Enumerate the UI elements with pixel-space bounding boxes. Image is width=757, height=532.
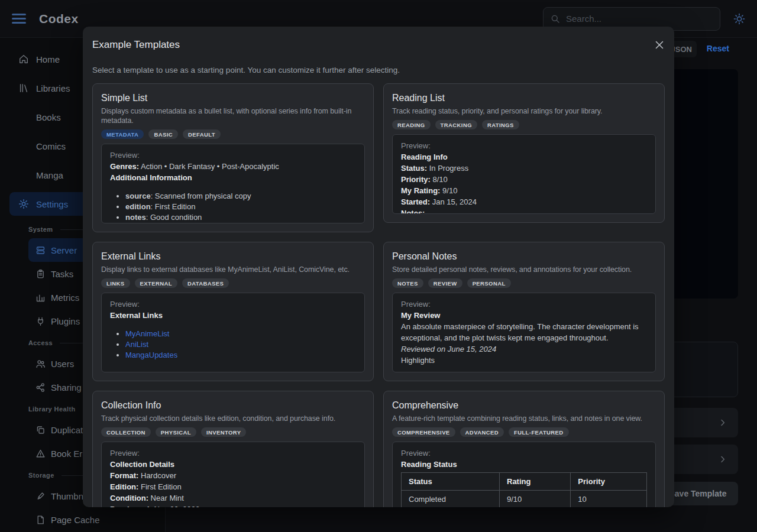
tag: READING [392,120,431,129]
search-icon [551,14,560,24]
share-icon [35,382,46,392]
table-row: Completed 9/10 10 [402,491,647,508]
template-card-reading-list[interactable]: Reading List Track reading status, prior… [383,83,665,223]
modal-title: Example Templates [92,39,665,51]
template-preview: Preview: External Links MyAnimeList AniL… [101,293,365,372]
template-description: Display links to external databases like… [101,265,365,274]
template-card-collection-info[interactable]: Collection Info Track physical collectio… [92,391,374,507]
tag: FULL-FEATURED [509,427,569,437]
template-card-simple-list[interactable]: Simple List Displays custom metadata as … [92,83,374,232]
file-icon [35,515,46,525]
template-description: Displays custom metadata as a bullet lis… [101,106,365,125]
library-icon [18,83,29,93]
tag: REVIEW [428,278,462,288]
external-link[interactable]: AniList [125,340,148,349]
modal-subtitle: Select a template to use as a starting p… [92,65,665,75]
preview-table: Status Rating Priority Completed 9/10 10 [401,472,647,507]
tag: ADVANCED [460,427,504,437]
template-tags: METADATA BASIC DEFAULT [101,129,365,139]
home-icon [18,54,29,64]
tag: TRACKING [435,120,477,129]
tag: COMPREHENSIVE [392,427,455,437]
template-card-external-links[interactable]: External Links Display links to external… [92,242,374,381]
template-grid: Simple List Displays custom metadata as … [92,83,665,507]
template-preview: Preview: Reading Status Status Rating Pr… [392,442,656,507]
plug-icon [35,316,46,326]
users-icon [35,359,46,369]
template-preview: Preview: Genres: Action • Dark Fantasy •… [101,144,365,223]
app-title: Codex [39,12,79,26]
external-link[interactable]: MangaUpdates [125,351,177,359]
brush-icon [35,491,46,501]
tag: INVENTORY [201,427,247,437]
tag: EXTERNAL [135,278,177,288]
template-description: Store detailed personal notes, reviews, … [392,265,656,274]
reset-button[interactable]: Reset [707,44,729,53]
theme-toggle-icon[interactable] [733,13,745,25]
tag: DEFAULT [183,129,221,139]
template-tags: READING TRACKING RATINGS [392,120,656,129]
search-input[interactable] [566,14,713,24]
warning-icon [35,449,46,459]
template-tags: COLLECTION PHYSICAL INVENTORY [101,427,365,437]
template-name: Simple List [101,92,365,104]
template-description: Track reading status, priority, and pers… [392,106,656,116]
tag: METADATA [101,129,144,139]
chevron-right-icon [718,418,727,427]
tag: RATINGS [482,120,519,129]
example-templates-modal: Example Templates Select a template to u… [83,27,674,507]
template-name: Comprehensive [392,400,656,411]
template-preview: Preview: Reading Info Status: In Progres… [392,134,656,214]
template-tags: NOTES REVIEW PERSONAL [392,278,656,288]
template-tags: COMPREHENSIVE ADVANCED FULL-FEATURED [392,427,656,437]
tag: PHYSICAL [156,427,196,437]
close-icon[interactable] [654,39,665,51]
template-name: Reading List [392,92,656,104]
external-link[interactable]: MyAnimeList [125,329,169,338]
copy-icon [35,425,46,435]
tag: NOTES [392,278,423,288]
template-tags: LINKS EXTERNAL DATABASES [101,278,365,288]
template-name: External Links [101,251,365,262]
template-description: Track physical collection details like e… [101,414,365,423]
sidebar-item-page-cache[interactable]: Page Cache [28,508,156,531]
template-preview: Preview: Collection Details Format: Hard… [101,442,365,507]
template-preview: Preview: My Review An absolute masterpie… [392,293,656,372]
gear-icon [18,199,29,209]
template-card-personal-notes[interactable]: Personal Notes Store detailed personal n… [383,242,665,381]
bar-chart-icon [35,293,46,303]
template-name: Collection Info [101,400,365,411]
chevron-right-icon [718,455,727,464]
tag: BASIC [148,129,178,139]
server-icon [35,245,46,255]
template-card-comprehensive[interactable]: Comprehensive A feature-rich template co… [383,391,665,507]
template-description: A feature-rich template combining readin… [392,414,656,423]
template-name: Personal Notes [392,251,656,262]
tag: COLLECTION [101,427,151,437]
tag: DATABASES [182,278,229,288]
clipboard-icon [35,269,46,279]
tag: PERSONAL [467,278,511,288]
menu-icon[interactable] [12,14,26,24]
tag: LINKS [101,278,130,288]
